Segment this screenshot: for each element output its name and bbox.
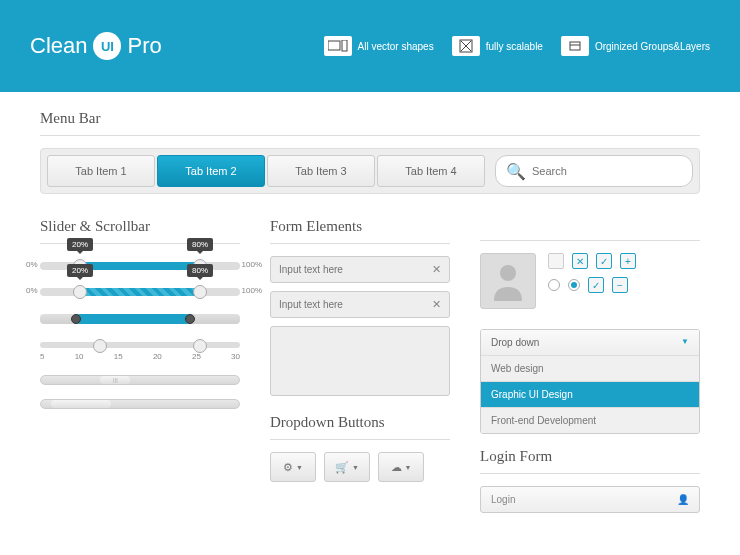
header: Clean UI Pro All vector shapes fully sca… [0,0,740,92]
dropdown-item[interactable]: Web design [481,355,699,381]
scrollbar-thumb[interactable]: ||| [100,376,130,384]
scrollbar-2[interactable] [40,399,240,409]
tick: 20 [153,352,162,361]
feature-list: All vector shapes fully scalable Orginiz… [324,36,710,56]
person-icon [490,261,526,301]
chevron-down-icon: ▼ [296,464,303,471]
devices-icon [324,36,352,56]
checkbox-checked-2[interactable]: ✓ [588,277,604,293]
dropdown-btns-title: Dropdown Buttons [270,414,450,431]
textarea[interactable] [270,326,450,396]
divider [270,243,450,244]
svg-rect-0 [328,41,340,50]
input-field[interactable] [279,299,432,310]
text-input-2[interactable]: ✕ [270,291,450,318]
search-input[interactable] [532,165,682,177]
logo-text-pre: Clean [30,33,87,59]
scale-icon [452,36,480,56]
svg-rect-1 [342,40,347,51]
radio-off[interactable] [548,279,560,291]
range-slider-2[interactable]: 0% 100% 20% 80% [40,288,240,296]
tab-item-2[interactable]: Tab Item 2 [157,155,265,187]
checkbox-empty[interactable] [548,253,564,269]
settings-dropdown-button[interactable]: ⚙▼ [270,452,316,482]
login-title: Login Form [480,448,700,465]
min-label: 0% [26,286,38,295]
slider-handle[interactable] [193,285,207,299]
dropdown-head[interactable]: Drop down ▼ [481,330,699,355]
min-label: 0% [26,260,38,269]
slider-handle[interactable] [193,339,207,353]
slider-handle[interactable] [71,314,81,324]
slider-tooltip: 20% [67,238,93,251]
tab-item-1[interactable]: Tab Item 1 [47,155,155,187]
clear-icon[interactable]: ✕ [432,298,441,311]
tick: 5 [40,352,44,361]
menubar: Tab Item 1 Tab Item 2 Tab Item 3 Tab Ite… [40,148,700,194]
logo: Clean UI Pro [30,32,162,60]
gear-icon: ⚙ [283,461,293,474]
scrollbar-thumb[interactable] [51,400,111,408]
max-label: 100% [242,286,262,295]
chevron-down-icon: ▼ [352,464,359,471]
feature-layers: Orginized Groups&Layers [561,36,710,56]
slider-tooltip: 20% [67,264,93,277]
svg-rect-3 [570,42,580,50]
checkbox-x[interactable]: ✕ [572,253,588,269]
tick: 25 [192,352,201,361]
tick-slider[interactable]: 5 10 15 20 25 30 [40,342,240,361]
slider-handle[interactable] [73,285,87,299]
divider [480,473,700,474]
feature-label: fully scalable [486,41,543,52]
user-icon: 👤 [677,494,689,505]
max-label: 100% [242,260,262,269]
feature-label: Orginized Groups&Layers [595,41,710,52]
add-button[interactable]: + [620,253,636,269]
scrollbar-1[interactable]: ||| [40,375,240,385]
text-input-1[interactable]: ✕ [270,256,450,283]
tab-item-4[interactable]: Tab Item 4 [377,155,485,187]
cart-dropdown-button[interactable]: 🛒▼ [324,452,370,482]
search-icon: 🔍 [506,162,526,181]
slider-handle[interactable] [93,339,107,353]
chevron-down-icon: ▼ [405,464,412,471]
chevron-down-icon: ▼ [681,337,689,348]
divider [480,240,700,241]
tick: 30 [231,352,240,361]
feature-vector: All vector shapes [324,36,434,56]
slider-handle[interactable] [185,314,195,324]
dropdown[interactable]: Drop down ▼ Web design Graphic UI Design… [480,329,700,434]
dropdown-item[interactable]: Front-end Development [481,407,699,433]
divider [40,135,700,136]
avatar[interactable] [480,253,536,309]
dropdown-label: Drop down [491,337,539,348]
svg-point-5 [500,265,516,281]
logo-text-post: Pro [127,33,161,59]
logo-badge: UI [93,32,121,60]
input-field[interactable] [279,264,432,275]
clear-icon[interactable]: ✕ [432,263,441,276]
range-slider-3[interactable] [40,314,240,324]
cloud-dropdown-button[interactable]: ☁▼ [378,452,424,482]
cloud-icon: ☁ [391,461,402,474]
feature-label: All vector shapes [358,41,434,52]
menubar-title: Menu Bar [40,110,700,127]
form-title: Form Elements [270,218,450,235]
tick: 10 [75,352,84,361]
login-input[interactable]: Login 👤 [480,486,700,513]
divider [270,439,450,440]
slider-title: Slider & Scrollbar [40,218,240,235]
layers-icon [561,36,589,56]
slider-tooltip: 80% [187,238,213,251]
search-field[interactable]: 🔍 [495,155,693,187]
login-placeholder: Login [491,494,515,505]
slider-tooltip: 80% [187,264,213,277]
radio-on[interactable] [568,279,580,291]
remove-button[interactable]: − [612,277,628,293]
tick: 15 [114,352,123,361]
feature-scalable: fully scalable [452,36,543,56]
checkbox-checked[interactable]: ✓ [596,253,612,269]
dropdown-item-selected[interactable]: Graphic UI Design [481,381,699,407]
tab-item-3[interactable]: Tab Item 3 [267,155,375,187]
cart-icon: 🛒 [335,461,349,474]
